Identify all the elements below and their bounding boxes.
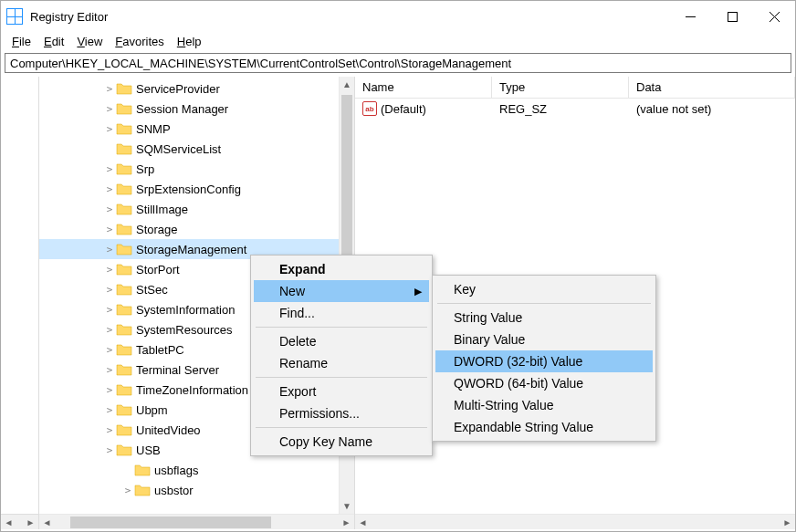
svg-rect-1 xyxy=(728,12,737,21)
tree-item-usbflags[interactable]: usbflags xyxy=(39,460,339,480)
scroll-right-icon[interactable]: ► xyxy=(780,517,795,527)
expander-icon[interactable]: > xyxy=(121,485,134,496)
menu-separator xyxy=(256,327,427,328)
folder-icon xyxy=(116,223,132,235)
tree-item-snmp[interactable]: >SNMP xyxy=(39,119,339,139)
ctx-new-key[interactable]: Key xyxy=(435,278,653,300)
expander-icon[interactable]: > xyxy=(103,103,116,115)
expander-icon[interactable]: > xyxy=(103,364,116,376)
menu-favorites[interactable]: Favorites xyxy=(110,34,169,49)
tree-item-label: SrpExtensionConfig xyxy=(136,183,241,196)
tree-item-srpextensionconfig[interactable]: >SrpExtensionConfig xyxy=(39,179,339,199)
tree-item-label: usbstor xyxy=(154,484,194,497)
expander-icon[interactable]: > xyxy=(103,224,116,235)
ctx-permissions[interactable]: Permissions... xyxy=(254,402,429,424)
ctx-new-multi-string[interactable]: Multi-String Value xyxy=(435,394,653,416)
tree-item-stillimage[interactable]: >StillImage xyxy=(39,199,339,219)
expander-icon[interactable]: > xyxy=(103,324,116,336)
tree-item-session-manager[interactable]: >Session Manager xyxy=(39,99,339,119)
expander-icon[interactable]: > xyxy=(103,444,116,456)
folder-icon xyxy=(116,383,132,396)
scroll-up-icon[interactable]: ▲ xyxy=(340,77,354,92)
folder-icon xyxy=(116,82,132,95)
left-gutter-pane: ◄ ► xyxy=(1,77,39,529)
tree-item-label: Session Manager xyxy=(136,102,228,116)
tree-item-storage[interactable]: >Storage xyxy=(39,219,339,239)
menu-edit[interactable]: Edit xyxy=(38,34,69,49)
expander-icon[interactable]: > xyxy=(103,304,116,316)
tree-item-serviceprovider[interactable]: >ServiceProvider xyxy=(39,78,339,99)
ctx-new-expandable-string[interactable]: Expandable String Value xyxy=(435,416,653,438)
folder-icon xyxy=(116,423,132,436)
tree-item-label: TabletPC xyxy=(136,343,184,357)
tree-item-label: SNMP xyxy=(136,122,171,136)
expander-icon[interactable]: > xyxy=(103,384,116,396)
expander-icon[interactable]: > xyxy=(103,83,116,95)
menu-separator xyxy=(437,303,651,304)
tree-item-label: StorageManagement xyxy=(136,243,246,256)
expander-icon[interactable]: > xyxy=(103,244,116,256)
menu-separator xyxy=(256,377,427,378)
expander-icon[interactable]: > xyxy=(103,123,116,135)
folder-icon xyxy=(116,162,132,175)
ctx-copy-key-name[interactable]: Copy Key Name xyxy=(254,431,429,453)
gutter-hscroll[interactable]: ◄ ► xyxy=(1,514,38,529)
expander-icon[interactable]: > xyxy=(103,284,116,296)
ctx-expand[interactable]: Expand xyxy=(254,258,429,280)
menu-help[interactable]: Help xyxy=(172,34,207,49)
expander-icon[interactable]: > xyxy=(103,404,116,416)
ctx-new-binary[interactable]: Binary Value xyxy=(435,329,653,350)
folder-icon xyxy=(116,323,132,336)
tree-item-label: Storage xyxy=(136,223,178,236)
column-data[interactable]: Data xyxy=(629,77,795,98)
expander-icon[interactable]: > xyxy=(103,163,116,175)
close-button[interactable] xyxy=(753,1,795,32)
folder-icon xyxy=(116,102,132,115)
column-type[interactable]: Type xyxy=(492,77,629,98)
tree-item-label: StorPort xyxy=(136,263,180,276)
ctx-delete[interactable]: Delete xyxy=(254,330,429,352)
scroll-right-icon[interactable]: ► xyxy=(23,517,38,527)
tree-item-label: TimeZoneInformation xyxy=(136,383,248,397)
tree-item-label: ServiceProvider xyxy=(136,82,220,96)
tree-hscroll[interactable]: ◄ ► xyxy=(39,514,354,529)
ctx-rename[interactable]: Rename xyxy=(254,352,429,374)
ctx-new-dword[interactable]: DWORD (32-bit) Value xyxy=(435,350,653,372)
column-name[interactable]: Name xyxy=(355,77,492,98)
scroll-left-icon[interactable]: ◄ xyxy=(1,517,16,527)
menu-separator xyxy=(256,427,427,428)
expander-icon[interactable]: > xyxy=(103,183,116,195)
expander-icon[interactable]: > xyxy=(103,203,116,215)
scroll-left-icon[interactable]: ◄ xyxy=(39,517,55,527)
ctx-find[interactable]: Find... xyxy=(254,302,429,324)
ctx-new-qword[interactable]: QWORD (64-bit) Value xyxy=(435,372,653,394)
tree-item-sqmservicelist[interactable]: SQMServiceList xyxy=(39,139,339,159)
expander-icon[interactable]: > xyxy=(103,344,116,356)
title-bar: Registry Editor xyxy=(1,1,795,32)
tree-item-label: StillImage xyxy=(136,203,188,216)
scroll-down-icon[interactable]: ▼ xyxy=(340,498,354,514)
menu-view[interactable]: View xyxy=(71,34,108,49)
value-row[interactable]: ab (Default) REG_SZ (value not set) xyxy=(355,99,795,119)
tree-item-srp[interactable]: >Srp xyxy=(39,159,339,179)
string-value-icon: ab xyxy=(362,101,377,116)
folder-icon xyxy=(116,403,132,416)
tree-item-label: SystemInformation xyxy=(136,303,235,317)
maximize-button[interactable] xyxy=(711,1,753,32)
address-bar[interactable]: Computer\HKEY_LOCAL_MACHINE\SYSTEM\Curre… xyxy=(5,53,791,73)
scroll-left-icon[interactable]: ◄ xyxy=(355,517,371,527)
ctx-export[interactable]: Export xyxy=(254,381,429,402)
expander-icon[interactable]: > xyxy=(103,424,116,436)
menu-file[interactable]: File xyxy=(6,34,37,49)
ctx-new-string[interactable]: String Value xyxy=(435,307,653,329)
expander-icon[interactable]: > xyxy=(103,264,116,276)
hscroll-thumb[interactable] xyxy=(70,516,271,528)
tree-item-label: StSec xyxy=(136,283,168,297)
app-icon xyxy=(6,8,23,25)
ctx-new[interactable]: New ▶ xyxy=(254,280,429,302)
minimize-button[interactable] xyxy=(669,1,711,32)
tree-item-label: SQMServiceList xyxy=(136,142,221,156)
values-hscroll[interactable]: ◄ ► xyxy=(355,514,795,529)
scroll-right-icon[interactable]: ► xyxy=(339,517,354,527)
tree-item-usbstor[interactable]: >usbstor xyxy=(39,480,339,500)
